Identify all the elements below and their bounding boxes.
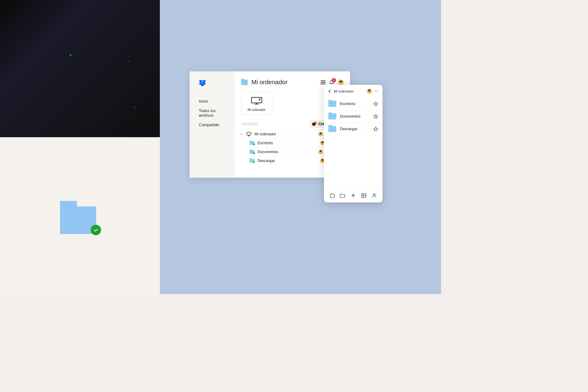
- notifications-icon[interactable]: 3: [329, 80, 334, 85]
- filter-placeholder: [241, 123, 259, 126]
- dropbox-mobile-window: Mi ordenador ⋯ Escritorio Documentos: [324, 85, 383, 202]
- svg-point-8: [373, 194, 375, 195]
- mobile-bottom-nav: [324, 188, 383, 202]
- file-row-name: Descargas: [258, 159, 291, 163]
- back-icon[interactable]: [328, 89, 331, 93]
- page-title: Mi ordenador: [251, 79, 321, 86]
- star-icon[interactable]: [373, 101, 378, 106]
- mobile-title: Mi ordenador: [334, 89, 364, 93]
- more-icon[interactable]: ⋯: [375, 89, 378, 93]
- svg-marker-5: [374, 127, 378, 131]
- folder-synced-illustration: [0, 137, 160, 294]
- right-column: Inicio Todos los archivos Compartido Mi …: [160, 0, 441, 294]
- folder-synced-icon: [250, 141, 254, 145]
- mobile-header: Mi ordenador ⋯: [324, 85, 383, 98]
- file-row-name: Mi ordenador: [254, 132, 288, 136]
- svg-point-7: [363, 194, 364, 195]
- mobile-row-name: Documentos: [340, 114, 370, 119]
- svg-rect-0: [251, 97, 262, 103]
- shared-folder-icon: [241, 80, 248, 85]
- computer-card-label: Mi ordenador: [248, 108, 266, 111]
- folder-synced-icon: [250, 159, 254, 163]
- menu-icon[interactable]: [321, 81, 326, 84]
- folder-icon: [328, 113, 336, 119]
- check-badge-icon: [91, 225, 101, 235]
- sidebar-item-shared[interactable]: Compartido: [199, 123, 230, 127]
- file-row-name: Documentos: [258, 150, 291, 154]
- avatar[interactable]: [367, 89, 372, 94]
- mobile-row-name: Descargas: [340, 127, 370, 131]
- star-icon[interactable]: [373, 114, 378, 119]
- notification-badge: 3: [332, 78, 336, 82]
- photos-icon[interactable]: [360, 192, 367, 199]
- mobile-row-desktop[interactable]: Escritorio: [324, 98, 383, 110]
- sidebar-item-home[interactable]: Inicio: [199, 99, 230, 104]
- avatar: [318, 149, 323, 154]
- mobile-row-downloads[interactable]: Descargas: [324, 123, 383, 135]
- desktop-sidebar: Inicio Todos los archivos Compartido: [190, 71, 235, 178]
- avatar[interactable]: [338, 79, 344, 85]
- plus-icon[interactable]: [350, 192, 356, 199]
- create-icon: [312, 122, 317, 126]
- folder-icon: [328, 101, 336, 107]
- folder-icon: [60, 197, 100, 234]
- monitor-icon: [247, 132, 251, 136]
- avatar: [318, 132, 323, 137]
- computer-card[interactable]: Mi ordenador: [241, 92, 272, 115]
- mobile-row-documents[interactable]: Documentos: [324, 110, 383, 123]
- sidebar-item-all-files[interactable]: Todos los archivos: [199, 108, 230, 118]
- home-icon[interactable]: [329, 192, 336, 199]
- svg-marker-3: [374, 102, 378, 106]
- left-column: [0, 0, 160, 294]
- mobile-row-name: Escritorio: [340, 102, 370, 106]
- folder-nav-icon[interactable]: [339, 192, 346, 199]
- server-rack-photo: [0, 0, 160, 137]
- folder-icon: [328, 126, 336, 132]
- folder-synced-icon: [250, 150, 254, 154]
- account-icon[interactable]: [371, 192, 378, 199]
- file-row-name: Escritorio: [258, 141, 291, 145]
- expand-caret-icon[interactable]: ▸: [241, 133, 243, 136]
- mobile-list: Escritorio Documentos Descargas: [324, 98, 383, 188]
- svg-marker-4: [374, 114, 378, 118]
- star-icon[interactable]: [373, 126, 378, 131]
- dropbox-logo-icon[interactable]: [199, 80, 230, 87]
- svg-point-2: [250, 134, 251, 135]
